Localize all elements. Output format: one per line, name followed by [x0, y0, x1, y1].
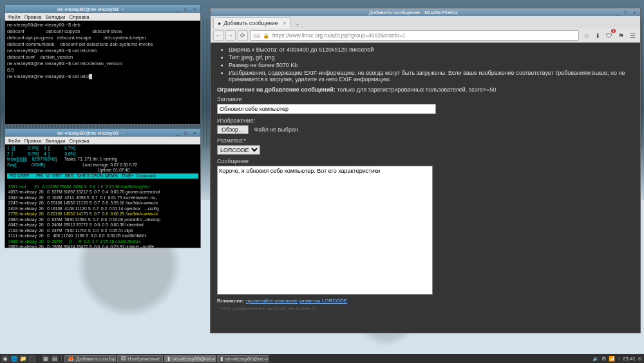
terminal-window-1[interactable]: ne-vlezay80@ne-vlezay80: ~ _ □ × Файл Пр… — [5, 5, 201, 124]
restriction-row: Ограничение на добавление сообщений: тол… — [217, 86, 634, 93]
cursor — [89, 74, 92, 79]
menubar: Файл Правка Вкладки Справка — [5, 137, 200, 144]
list-item: Размер не более 5070 Kb — [229, 62, 634, 68]
htop-body[interactable]: 1 [|| 0.7%] 3 [| 0.7%] 2 [ 0.0%] 4 [ 0.0… — [5, 144, 200, 248]
menu-tabs[interactable]: Вкладки — [46, 14, 66, 20]
restriction-label: Ограничение на добавление сообщений: — [217, 86, 336, 93]
markup-help-link[interactable]: прочитайте описание разметки LORCODE — [246, 298, 347, 304]
terminal-body[interactable]: ne-vlezay80@ne-vlezay80:~$ deb debconf d… — [5, 21, 200, 124]
url-toolbar: ← → ⟳ 📖 🔒 https://www.linux.org.ru/add.j… — [211, 28, 640, 43]
image-label: Изображение: — [217, 117, 634, 124]
flag-icon[interactable]: ⚑ — [616, 30, 626, 41]
downloads-icon[interactable]: ⬇ — [592, 30, 603, 41]
menu-help[interactable]: Справка — [69, 138, 89, 144]
shield-icon[interactable]: 🛡 — [604, 30, 614, 41]
task-icon: 🖼 — [120, 356, 126, 362]
menu-edit[interactable]: Правка — [24, 14, 42, 20]
requirements-list: Ширина x Высота: от 400x400 до 5120x5120… — [229, 46, 634, 83]
htop-columns: PID USER PRI NI VIRT RES SHR S CPU% MEM%… — [7, 173, 198, 179]
new-tab-button[interactable]: + — [292, 22, 304, 28]
message-textarea[interactable]: Короче, я обновил себе компьютер. Вот ег… — [217, 166, 433, 295]
titlebar[interactable]: ne-vlezay80@ne-vlezay80: ~ _ □ × — [5, 129, 200, 137]
window-buttons: _ □ × — [174, 130, 198, 136]
menu-file[interactable]: Файл — [8, 138, 21, 144]
markup-note: Внимание: прочитайте описание разметки L… — [217, 298, 634, 304]
markup-select[interactable]: LORCODE — [217, 145, 260, 155]
lock-icon: 🔒 — [263, 32, 270, 39]
page-content[interactable]: Ширина x Высота: от 400x400 до 5120x5120… — [211, 43, 640, 333]
window-title: Добавить сообщение - Mozilla Firefox — [213, 10, 614, 15]
list-item: Ширина x Высота: от 400x400 до 5120x5120… — [229, 46, 634, 53]
tab-add-message[interactable]: ● Добавить сообщение × — [213, 17, 291, 28]
workspace-1-icon[interactable]: ▦ — [42, 355, 50, 362]
terminal-window-2-htop[interactable]: ne-vlezay80@ne-vlezay80: ~ _ □ × Файл Пр… — [5, 128, 201, 248]
restriction-text: только для зарегистрированных пользовате… — [337, 86, 496, 93]
bookmark-star-icon[interactable]: ☆ — [581, 30, 591, 41]
minimize-button[interactable]: _ — [175, 6, 181, 12]
window-buttons: _ □ × — [614, 10, 638, 15]
menu-tabs[interactable]: Вкладки — [46, 138, 66, 144]
volume-icon[interactable]: 🔉 — [592, 356, 599, 362]
list-item: Изображения, содержащие EXIF-информацию,… — [229, 70, 634, 83]
menu-hamburger-icon[interactable]: ☰ — [627, 30, 638, 41]
url-text: https://www.linux.org.ru/add.jsp?group=4… — [272, 32, 406, 39]
taskbar-right: 🔉 ⚙ 📶 ↑ 23:41 ⎋ — [592, 356, 644, 362]
task-terminal-2[interactable]: ▮ne-vlezay80@ne-v… — [217, 355, 269, 362]
network-icon[interactable]: 📶 — [609, 356, 615, 362]
title-label: Заглавие — [217, 96, 634, 103]
tab-favicon-icon: ● — [218, 20, 221, 26]
separator — [39, 355, 39, 362]
maximize-button[interactable]: □ — [183, 130, 189, 136]
maximize-button[interactable]: □ — [183, 6, 189, 12]
browse-button[interactable]: Обзор… — [217, 125, 249, 134]
maximize-button[interactable]: □ — [623, 10, 629, 15]
reload-button[interactable]: ⟳ — [238, 30, 248, 41]
task-icon: 🦊 — [68, 356, 74, 362]
browser-launcher-icon[interactable]: 🌐 — [10, 355, 18, 362]
back-button[interactable]: ← — [213, 30, 223, 41]
minimize-button[interactable]: _ — [614, 10, 621, 15]
settings-tray-icon[interactable]: ⚙ — [601, 356, 606, 362]
url-input[interactable]: 📖 🔒 https://www.linux.org.ru/add.jsp?gro… — [250, 30, 579, 41]
task-icon: ▮ — [220, 356, 223, 362]
menu-file[interactable]: Файл — [8, 14, 21, 20]
tab-strip: ● Добавить сообщение × + — [211, 16, 640, 28]
markup-label: Разметка:* — [217, 137, 634, 144]
logout-icon[interactable]: ⎋ — [638, 356, 641, 362]
reader-mode-icon[interactable]: 📖 — [253, 32, 260, 39]
workspace-2-icon[interactable]: ▤ — [51, 355, 59, 362]
start-menu-icon[interactable]: ◆ — [1, 355, 9, 362]
taskbar-left: ◆ 🌐 📁 ⚫ ▦ ▤ 🦊Добавить сообщ… 🖼Изображени… — [0, 355, 269, 362]
firefox-window[interactable]: Добавить сообщение - Mozilla Firefox _ □… — [210, 8, 641, 333]
close-button[interactable]: × — [631, 10, 638, 15]
tags-hint: * теги (разделенные запятой, не более 5) — [217, 306, 634, 311]
title-input[interactable] — [217, 104, 436, 114]
forward-button[interactable]: → — [225, 30, 236, 41]
window-title: ne-vlezay80@ne-vlezay80: ~ — [8, 130, 174, 136]
clock[interactable]: 23:41 — [623, 356, 636, 362]
titlebar[interactable]: ne-vlezay80@ne-vlezay80: ~ _ □ × — [5, 5, 200, 13]
separator — [61, 355, 62, 362]
files-launcher-icon[interactable]: 📁 — [19, 355, 27, 362]
minimize-button[interactable]: _ — [175, 130, 181, 136]
task-image[interactable]: 🖼Изображение — [117, 355, 163, 362]
launcher-icon[interactable]: ⚫ — [28, 355, 36, 362]
window-title: ne-vlezay80@ne-vlezay80: ~ — [8, 6, 174, 12]
updates-icon[interactable]: ↑ — [618, 356, 620, 362]
task-icon: ▮ — [167, 356, 170, 362]
menu-help[interactable]: Справка — [69, 14, 89, 20]
close-button[interactable]: × — [191, 130, 198, 136]
tab-label: Добавить сообщение — [223, 20, 278, 26]
taskbar: ◆ 🌐 📁 ⚫ ▦ ▤ 🦊Добавить сообщ… 🖼Изображени… — [0, 354, 644, 363]
window-buttons: _ □ × — [174, 6, 198, 12]
close-button[interactable]: × — [191, 6, 198, 12]
titlebar[interactable]: Добавить сообщение - Mozilla Firefox _ □… — [211, 8, 640, 16]
menubar: Файл Правка Вкладки Справка — [5, 13, 200, 21]
file-status: Файл не выбран. — [254, 126, 300, 133]
list-item: Тип: jpeg, gif, png — [229, 54, 634, 61]
task-terminal-1[interactable]: ▮ne-vlezay80@ne-v… — [164, 355, 216, 362]
task-firefox[interactable]: 🦊Добавить сообщ… — [64, 355, 116, 362]
tab-close-icon[interactable]: × — [283, 20, 287, 26]
menu-edit[interactable]: Правка — [24, 138, 42, 144]
message-label: Сообщение — [217, 158, 634, 164]
